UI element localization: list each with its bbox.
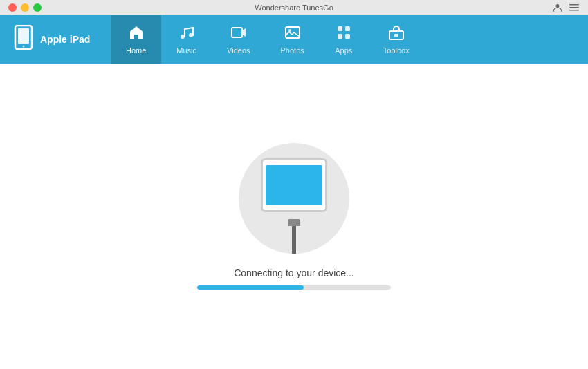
ipad-body bbox=[261, 158, 327, 212]
svg-rect-1 bbox=[569, 4, 579, 6]
apps-icon bbox=[336, 24, 352, 44]
svg-point-7 bbox=[181, 35, 185, 39]
tab-apps-label: Apps bbox=[335, 46, 352, 55]
svg-rect-15 bbox=[345, 34, 350, 39]
tab-videos-label: Videos bbox=[227, 46, 250, 55]
nav-tabs: Home Music Videos bbox=[111, 15, 588, 64]
svg-point-6 bbox=[23, 45, 25, 47]
svg-point-0 bbox=[556, 4, 560, 8]
app-title: Wondershare TunesGo bbox=[255, 3, 333, 12]
device-section: Apple iPad bbox=[0, 15, 111, 64]
status-text: Connecting to your device... bbox=[234, 267, 354, 278]
menu-icon[interactable] bbox=[569, 2, 580, 13]
tab-home[interactable]: Home bbox=[111, 15, 161, 64]
photos-icon bbox=[284, 24, 301, 44]
svg-rect-17 bbox=[394, 34, 398, 37]
title-bar-icons bbox=[552, 2, 580, 13]
svg-rect-3 bbox=[569, 10, 579, 11]
svg-rect-9 bbox=[232, 28, 242, 37]
close-button[interactable] bbox=[8, 3, 17, 12]
tab-apps[interactable]: Apps bbox=[320, 15, 368, 64]
svg-rect-13 bbox=[345, 26, 350, 31]
maximize-button[interactable] bbox=[33, 3, 42, 12]
main-content: Connecting to your device... bbox=[0, 64, 588, 369]
svg-point-8 bbox=[189, 33, 193, 37]
tab-music[interactable]: Music bbox=[161, 15, 212, 64]
svg-rect-2 bbox=[569, 7, 579, 8]
device-icon bbox=[14, 25, 33, 55]
user-icon[interactable] bbox=[552, 2, 563, 13]
tab-videos[interactable]: Videos bbox=[212, 15, 265, 64]
tab-home-label: Home bbox=[126, 46, 146, 55]
tab-toolbox-label: Toolbox bbox=[383, 46, 410, 55]
svg-rect-5 bbox=[18, 28, 29, 44]
cable-connector bbox=[288, 219, 300, 226]
toolbox-icon bbox=[388, 24, 405, 44]
videos-icon bbox=[230, 24, 247, 44]
progress-bar-container bbox=[197, 285, 391, 290]
tab-photos[interactable]: Photos bbox=[266, 15, 320, 64]
ipad-screen bbox=[266, 165, 322, 205]
tab-music-label: Music bbox=[176, 46, 196, 55]
device-illustration bbox=[239, 143, 349, 254]
svg-rect-14 bbox=[338, 34, 342, 39]
status-area: Connecting to your device... bbox=[197, 267, 391, 290]
minimize-button[interactable] bbox=[21, 3, 29, 12]
svg-rect-12 bbox=[338, 26, 342, 31]
window-controls bbox=[8, 3, 42, 12]
nav-bar: Apple iPad Home Music bbox=[0, 15, 588, 64]
cable-line bbox=[292, 226, 296, 254]
home-icon bbox=[128, 24, 145, 44]
tab-photos-label: Photos bbox=[281, 46, 304, 55]
device-name: Apple iPad bbox=[40, 34, 90, 45]
progress-bar-fill bbox=[197, 285, 304, 290]
cable-container bbox=[288, 219, 300, 254]
tab-toolbox[interactable]: Toolbox bbox=[368, 15, 425, 64]
title-bar: Wondershare TunesGo bbox=[0, 0, 588, 15]
music-icon bbox=[178, 24, 195, 44]
